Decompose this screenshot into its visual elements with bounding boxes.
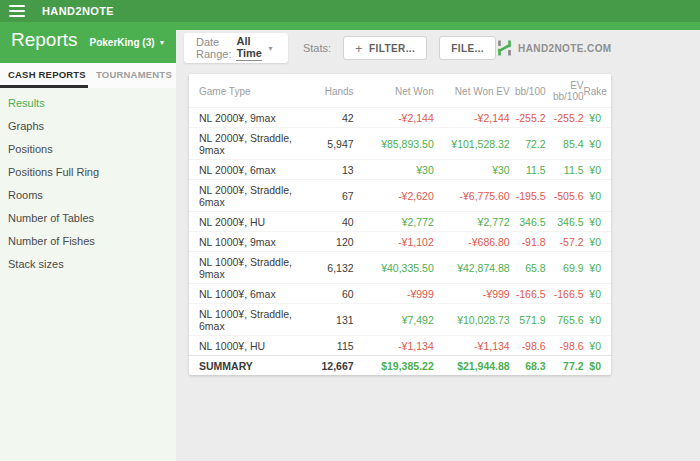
cell-game: NL 2000¥, 9max [189,108,316,128]
cell-bb100: 65.8 [510,252,546,284]
cell-bb100: 346.5 [510,212,546,232]
cell-net_won_ev: ¥42,874.88 [434,252,510,284]
cell-ev_bb100: 77.2 [546,356,584,376]
cell-net_won: -¥2,620 [354,180,434,212]
account-name: PokerKing (3) [90,37,155,48]
cell-game: NL 1000¥, 9max [189,232,316,252]
main-content: Date Range: All Time ▼ Stats: + FILTER..… [176,30,700,461]
cell-game: NL 1000¥, Straddle, 6max [189,304,316,336]
cell-bb100: 72.2 [510,128,546,160]
date-range-label: Date Range: [196,36,231,60]
cell-ev_bb100: 765.6 [546,304,584,336]
stats-filter-button[interactable]: + FILTER... [343,36,427,60]
table-row[interactable]: NL 1000¥, HU115-¥1,134-¥1,134-98.6-98.6¥… [189,336,611,356]
stats-file-button[interactable]: FILE... [439,36,496,60]
cell-rake: ¥0 [584,336,611,356]
sidebar-item-positions[interactable]: Positions [0,138,176,161]
cell-ev_bb100: 69.9 [546,252,584,284]
cell-net_won_ev: -¥6,775.60 [434,180,510,212]
sidebar-item-graphs[interactable]: Graphs [0,115,176,138]
column-header-net-won[interactable]: Net Won [354,74,434,108]
table-row[interactable]: NL 2000¥, 6max13¥30¥3011.511.5¥0 [189,160,611,180]
cell-net_won: ¥7,492 [354,304,434,336]
cell-ev_bb100: -255.2 [546,108,584,128]
cell-net_won: ¥30 [354,160,434,180]
logo-text: HAND2NOTE.COM [518,43,612,54]
cell-game: NL 1000¥, HU [189,336,316,356]
column-header-hands[interactable]: Hands [316,74,354,108]
cell-bb100: 68.3 [510,356,546,376]
cell-hands: 60 [316,284,354,304]
column-header-game-type[interactable]: Game Type [189,74,316,108]
cell-net_won_ev: ¥30 [434,160,510,180]
cell-ev_bb100: 11.5 [546,160,584,180]
cell-net_won_ev: -¥1,134 [434,336,510,356]
tab-tournaments[interactable]: TOURNAMENTS [88,63,176,88]
cell-game: NL 1000¥, 6max [189,284,316,304]
sidebar-item-stack-sizes[interactable]: Stack sizes [0,253,176,276]
sidebar-item-positions-full-ring[interactable]: Positions Full Ring [0,161,176,184]
cell-rake: ¥0 [584,180,611,212]
cell-net_won_ev: ¥2,772 [434,212,510,232]
cell-rake: ¥0 [584,160,611,180]
cell-bb100: -255.2 [510,108,546,128]
toolbar: Date Range: All Time ▼ Stats: + FILTER..… [184,33,611,63]
cell-rake: ¥0 [584,212,611,232]
cell-rake: ¥0 [584,252,611,284]
cell-ev_bb100: -505.6 [546,180,584,212]
cell-bb100: 11.5 [510,160,546,180]
table-row[interactable]: NL 2000¥, Straddle, 6max67-¥2,620-¥6,775… [189,180,611,212]
summary-row[interactable]: SUMMARY12,667$19,385.22$21,944.8868.377.… [189,356,611,376]
cell-net_won_ev: -¥686.80 [434,232,510,252]
filter-button-label: FILTER... [369,43,415,54]
table-row[interactable]: NL 1000¥, Straddle, 6max131¥7,492¥10,028… [189,304,611,336]
table-row[interactable]: NL 1000¥, 6max60-¥999-¥999-166.5-166.5¥0 [189,284,611,304]
table-row[interactable]: NL 1000¥, 9max120-¥1,102-¥686.80-91.8-57… [189,232,611,252]
cell-hands: 5,947 [316,128,354,160]
column-header-rake[interactable]: Rake [584,74,611,108]
cell-rake: ¥0 [584,128,611,160]
cell-net_won: -¥1,102 [354,232,434,252]
cell-game: NL 2000¥, Straddle, 6max [189,180,316,212]
stats-label: Stats: [303,42,331,54]
sidebar-header: Reports PokerKing (3) ▼ [0,22,176,63]
cell-bb100: 571.9 [510,304,546,336]
hamburger-menu-icon[interactable] [9,5,25,17]
cell-net_won: ¥85,893.50 [354,128,434,160]
cell-hands: 40 [316,212,354,232]
table-row[interactable]: NL 2000¥, Straddle, 9max5,947¥85,893.50¥… [189,128,611,160]
cell-hands: 131 [316,304,354,336]
cell-ev_bb100: 85.4 [546,128,584,160]
table-row[interactable]: NL 2000¥, 9max42-¥2,144-¥2,144-255.2-255… [189,108,611,128]
date-range-value[interactable]: All Time [236,35,261,61]
cell-net_won: -¥999 [354,284,434,304]
column-header-bb-100[interactable]: bb/100 [510,74,546,108]
caret-down-icon: ▼ [267,45,274,52]
page-title: Reports [11,29,78,51]
table-row[interactable]: NL 2000¥, HU40¥2,772¥2,772346.5346.5¥0 [189,212,611,232]
cell-game: NL 1000¥, Straddle, 9max [189,252,316,284]
cell-net_won: ¥2,772 [354,212,434,232]
date-range-control[interactable]: Date Range: All Time ▼ [184,33,288,63]
cell-hands: 67 [316,180,354,212]
tab-cash-reports[interactable]: CASH REPORTS [0,63,88,88]
sidebar-item-results[interactable]: Results [0,92,176,115]
caret-down-icon: ▼ [159,39,166,46]
hand2note-logo: HAND2NOTE.COM [496,40,612,56]
sidebar-item-number-of-tables[interactable]: Number of Tables [0,207,176,230]
cell-net_won: ¥40,335.50 [354,252,434,284]
cell-rake: ¥0 [584,232,611,252]
account-selector[interactable]: PokerKing (3) ▼ [90,37,166,48]
sidebar-item-number-of-fishes[interactable]: Number of Fishes [0,230,176,253]
column-header-net-won-ev[interactable]: Net Won EV [434,74,510,108]
cell-rake: ¥0 [584,284,611,304]
column-header-ev-bb-100[interactable]: EV bb/100 [546,74,584,108]
table-body: NL 2000¥, 9max42-¥2,144-¥2,144-255.2-255… [189,108,611,376]
cell-rake: $0 [584,356,611,376]
table-row[interactable]: NL 1000¥, Straddle, 9max6,132¥40,335.50¥… [189,252,611,284]
results-table-card: Game TypeHandsNet WonNet Won EVbb/100EV … [189,74,611,375]
cell-hands: 6,132 [316,252,354,284]
sidebar-item-rooms[interactable]: Rooms [0,184,176,207]
cell-rake: ¥0 [584,108,611,128]
cell-hands: 12,667 [316,356,354,376]
